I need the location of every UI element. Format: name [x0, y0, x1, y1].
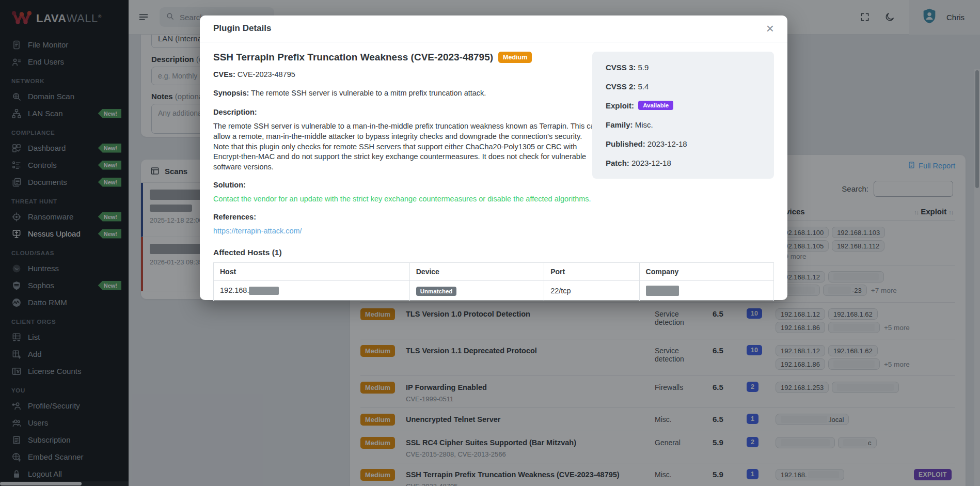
solution-heading: Solution:: [213, 180, 774, 191]
cvss-stats-panel: CVSS 3: 5.9CVSS 2: 5.4Exploit: Available…: [592, 52, 774, 179]
references-heading: References:: [213, 212, 774, 223]
redacted-host: [249, 287, 279, 295]
stat-row: CVSS 3: 5.9: [606, 63, 761, 72]
exploit-available-badge: Available: [638, 101, 673, 110]
close-icon[interactable]: ×: [766, 23, 774, 34]
hosts-column-header: Host: [214, 262, 410, 280]
stat-row: Published: 2023-12-18: [606, 139, 761, 148]
hosts-column-header: Device: [409, 262, 544, 280]
severity-badge: Medium: [498, 52, 532, 63]
redacted-company: [646, 286, 679, 296]
unmatched-badge: Unmatched: [416, 287, 457, 296]
hosts-column-header: Port: [544, 262, 639, 280]
affected-host-row[interactable]: 192.168. Unmatched 22/tcp: [214, 280, 774, 301]
solution-text: Contact the vendor for an update with th…: [213, 194, 774, 205]
reference-link[interactable]: https://terrapin-attack.com/: [213, 227, 302, 235]
hosts-column-header: Company: [639, 262, 773, 280]
plugin-details-modal: Plugin Details × CVSS 3: 5.9CVSS 2: 5.4E…: [200, 15, 787, 300]
modal-title: Plugin Details: [213, 23, 271, 34]
stat-row: Family: Misc.: [606, 120, 761, 129]
affected-hosts-table: HostDevicePortCompany 192.168. Unmatched…: [213, 262, 774, 301]
stat-row: CVSS 2: 5.4: [606, 82, 761, 91]
app-root: LAVAWALL® File MonitorEnd UsersNETWORKDo…: [0, 0, 980, 486]
affected-hosts-title: Affected Hosts (1): [213, 248, 774, 257]
stat-row: Patch: 2023-12-18: [606, 159, 761, 167]
stat-row: Exploit: Available: [606, 101, 761, 110]
description-text: The remote SSH server is vulnerable to a…: [213, 121, 599, 172]
